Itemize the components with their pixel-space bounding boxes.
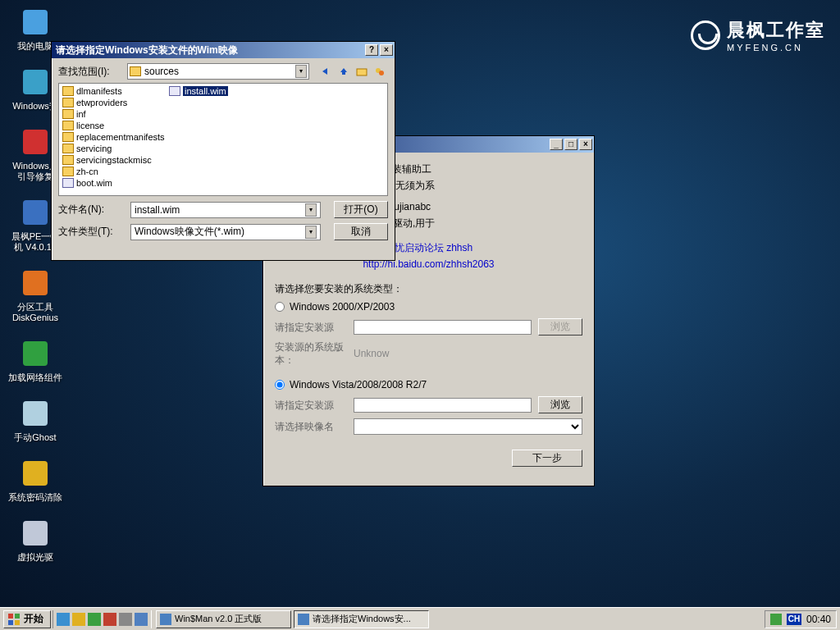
brand-logo: 晨枫工作室 MYFENG.CN bbox=[691, 18, 825, 52]
start-button[interactable]: 开始 bbox=[3, 610, 51, 628]
option-legacy[interactable]: Windows 2000/XP/2003 bbox=[275, 300, 582, 313]
tray-icon[interactable] bbox=[770, 614, 782, 625]
image-select[interactable] bbox=[354, 418, 582, 435]
file-item-label: inf bbox=[76, 109, 86, 119]
svg-rect-12 bbox=[8, 614, 13, 619]
file-item[interactable]: etwproviders bbox=[61, 97, 167, 108]
maximize-button[interactable]: □ bbox=[564, 139, 578, 150]
look-in-combo[interactable]: sources ▾ bbox=[127, 63, 309, 80]
filename-label: 文件名(N): bbox=[58, 203, 124, 217]
desktop-icon-label: 虚拟光驱 bbox=[7, 552, 64, 563]
taskbar-task[interactable]: 请选择指定Windows安... bbox=[294, 610, 429, 628]
new-folder-button[interactable] bbox=[354, 63, 370, 80]
svg-rect-21 bbox=[135, 613, 148, 626]
app-icon bbox=[20, 518, 51, 549]
app-icon bbox=[20, 458, 51, 489]
file-item-label: etwproviders bbox=[76, 98, 127, 107]
filetype-value: Windows映像文件(*.wim) bbox=[135, 225, 244, 239]
close-button[interactable]: × bbox=[579, 139, 592, 150]
filetype-combo[interactable]: Windows映像文件(*.wim) ▾ bbox=[130, 224, 321, 240]
up-button[interactable] bbox=[336, 63, 352, 80]
task-label: 请选择指定Windows安... bbox=[313, 613, 411, 625]
svg-rect-1 bbox=[23, 70, 48, 94]
view-menu-button[interactable] bbox=[372, 63, 388, 80]
look-in-value: sources bbox=[144, 66, 179, 77]
file-item[interactable]: license bbox=[61, 120, 167, 131]
start-label: 开始 bbox=[24, 612, 43, 626]
file-item[interactable]: dlmanifests bbox=[61, 85, 167, 97]
minimize-button[interactable]: _ bbox=[550, 139, 563, 150]
chevron-down-icon[interactable]: ▾ bbox=[305, 203, 317, 217]
start-icon bbox=[7, 613, 21, 626]
svg-rect-22 bbox=[160, 614, 171, 625]
task-label: Win$Man v2.0 正式版 bbox=[175, 613, 262, 625]
svg-rect-15 bbox=[15, 620, 20, 625]
image-label: 请选择映像名 bbox=[275, 420, 354, 433]
quick-launch bbox=[52, 610, 152, 628]
quick-launch-icon[interactable] bbox=[72, 613, 85, 626]
file-item[interactable]: boot.wim bbox=[61, 177, 167, 189]
brand-sub: MYFENG.CN bbox=[727, 43, 825, 52]
desktop-icon[interactable]: 加载网络组件 bbox=[7, 338, 64, 383]
option-legacy-label: Windows 2000/XP/2003 bbox=[290, 300, 395, 313]
radio-legacy[interactable] bbox=[275, 302, 285, 312]
file-icon bbox=[62, 178, 74, 188]
cancel-button[interactable]: 取消 bbox=[334, 223, 388, 240]
chevron-down-icon[interactable]: ▾ bbox=[305, 226, 317, 239]
file-item-label: dlmanifests bbox=[76, 86, 122, 96]
filename-input[interactable]: install.wim ▾ bbox=[130, 202, 321, 218]
desktop-icon-label: 分区工具DiskGenius bbox=[7, 302, 64, 323]
file-item[interactable]: replacementmanifests bbox=[61, 131, 167, 143]
file-item[interactable]: zh-cn bbox=[61, 166, 167, 177]
file-item-label: license bbox=[76, 121, 104, 130]
browse-button-1: 浏览 bbox=[538, 318, 582, 336]
svg-rect-14 bbox=[8, 620, 13, 625]
file-dialog-titlebar[interactable]: 请选择指定Windows安装文件的Wim映像 ? × bbox=[52, 42, 395, 58]
desktop-icon[interactable]: 系统密码清除 bbox=[7, 458, 64, 503]
radio-vista[interactable] bbox=[275, 380, 285, 390]
folder-icon bbox=[62, 109, 74, 119]
source-input-2[interactable] bbox=[354, 398, 532, 413]
quick-launch-icon[interactable] bbox=[88, 613, 101, 626]
file-list[interactable]: dlmanifestsetwprovidersinflicensereplace… bbox=[58, 83, 388, 196]
quick-launch-icon[interactable] bbox=[103, 613, 116, 626]
filetype-label: 文件类型(T): bbox=[58, 225, 124, 239]
file-icon bbox=[169, 86, 180, 96]
close-button[interactable]: × bbox=[380, 44, 393, 56]
option-vista[interactable]: Windows Vista/2008/2008 R2/7 bbox=[275, 378, 582, 391]
desktop-icon[interactable]: 虚拟光驱 bbox=[7, 518, 64, 563]
file-item[interactable]: servicing bbox=[61, 143, 167, 154]
desktop-icon[interactable]: 分区工具DiskGenius bbox=[7, 267, 64, 323]
folder-icon bbox=[62, 167, 74, 176]
version-label: 安装源的系统版本： bbox=[275, 340, 354, 367]
clock[interactable]: 00:40 bbox=[806, 614, 831, 625]
open-button[interactable]: 打开(O) bbox=[334, 201, 388, 218]
chevron-down-icon[interactable]: ▾ bbox=[295, 65, 307, 78]
next-button[interactable]: 下一步 bbox=[512, 450, 582, 467]
task-icon bbox=[298, 614, 309, 625]
quick-launch-icon[interactable] bbox=[119, 613, 132, 626]
help-button[interactable]: ? bbox=[365, 44, 378, 56]
browse-button-2[interactable]: 浏览 bbox=[538, 396, 582, 413]
app-icon bbox=[20, 7, 51, 38]
file-item[interactable]: install.wim bbox=[167, 85, 274, 97]
file-item-label: replacementmanifests bbox=[76, 132, 165, 142]
svg-rect-17 bbox=[72, 613, 85, 626]
folder-icon bbox=[62, 98, 74, 107]
svg-rect-19 bbox=[103, 613, 116, 626]
svg-rect-0 bbox=[23, 10, 48, 34]
quick-launch-icon[interactable] bbox=[57, 613, 70, 626]
source-input-1 bbox=[354, 320, 532, 335]
taskbar-task[interactable]: Win$Man v2.0 正式版 bbox=[156, 610, 291, 628]
file-item[interactable]: inf bbox=[61, 108, 167, 120]
folder-icon bbox=[62, 144, 74, 153]
desktop-icon[interactable]: 手动Ghost bbox=[7, 398, 64, 443]
file-item[interactable]: servicingstackmisc bbox=[61, 154, 167, 166]
app-icon bbox=[20, 267, 51, 299]
quick-launch-icon[interactable] bbox=[135, 613, 148, 626]
file-item-label: install.wim bbox=[183, 86, 228, 96]
back-button[interactable] bbox=[317, 63, 334, 80]
file-item-label: zh-cn bbox=[76, 167, 98, 176]
language-indicator[interactable]: CH bbox=[787, 614, 801, 625]
version-value: Unknow bbox=[354, 347, 389, 360]
